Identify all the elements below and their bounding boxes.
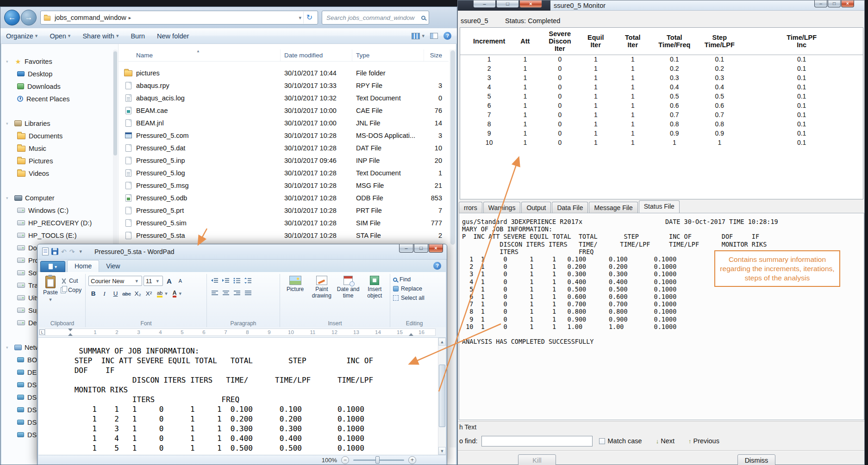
share-with-button[interactable]: Share with▾ [82,32,119,40]
minimize-button[interactable]: – [399,244,413,253]
expander-icon[interactable]: ▾ [6,196,12,200]
table-header-cell[interactable]: Att [506,28,543,55]
column-size[interactable]: Size [424,50,449,61]
scrollbar-thumb[interactable] [113,51,117,155]
column-date-modified[interactable]: Date modified [281,50,352,61]
redo-button[interactable]: ↷ [69,248,75,255]
address-bar[interactable]: jobs_command_window ▸ ▾ ↻ [40,11,318,25]
table-row[interactable]: 5 1 0 1 1 0.5 0.5 0.1 [460,92,863,101]
save-button[interactable] [51,248,58,255]
document-scrollbar[interactable]: ▲ ▼ [438,338,446,455]
table-header-cell[interactable]: Total Time/Freq [650,28,699,55]
right-indent-marker[interactable] [409,333,413,336]
justify-button[interactable] [243,288,253,298]
tab-warnings[interactable]: Warnings [483,202,521,213]
help-button[interactable]: ? [443,32,451,40]
column-type[interactable]: Type [352,50,424,61]
expander-icon[interactable]: ▾ [6,121,12,126]
font-size-select[interactable]: 11▾ [144,276,163,286]
maximize-button[interactable]: □ [496,0,519,8]
breadcrumb-arrow-icon[interactable]: ▸ [129,15,131,21]
sidebar-group-libraries[interactable]: ▾ Libraries [1,117,118,130]
scroll-up-icon[interactable]: ▲ [438,338,446,346]
minimize-button[interactable]: – [814,0,827,7]
kill-button[interactable]: Kill [518,454,556,465]
refresh-button[interactable]: ↻ [303,12,315,24]
forward-button[interactable]: → [21,10,37,25]
sidebar-item[interactable]: Music [1,142,118,155]
file-row[interactable]: abaqus.rpy 30/10/2017 10:33 RPY File 3 [119,79,449,92]
grow-font-button[interactable]: A [164,276,174,286]
table-row[interactable]: 8 1 0 1 1 0.8 0.8 0.1 [460,119,863,129]
file-row[interactable]: BEAM.cae 30/10/2017 10:00 CAE File 76 [119,104,449,117]
expander-icon[interactable]: ▾ [6,59,12,64]
superscript-button[interactable]: X² [144,289,154,298]
sidebar-item[interactable]: Desktop [1,68,118,80]
file-row[interactable]: abaqus_acis.log 30/10/2017 10:32 Text Do… [119,92,449,104]
sidebar-item[interactable]: HP_RECOVERY (D:) [1,217,118,229]
file-list-scrollbar[interactable] [450,50,456,447]
sidebar-item[interactable]: Downloads [1,80,118,93]
file-row[interactable]: Pressure0_5.prt 30/10/2017 10:28 PRT Fil… [119,204,449,217]
find-input[interactable] [481,436,593,446]
table-header-cell[interactable]: Time/LPF Inc [740,28,863,55]
shrink-font-button[interactable]: A [175,276,185,286]
scroll-down-icon[interactable]: ▼ [438,447,446,455]
table-row[interactable]: 9 1 0 1 1 0.9 0.9 0.1 [460,129,863,138]
replace-button[interactable]: Replace [393,285,436,292]
burn-button[interactable]: Burn [131,32,145,40]
font-color-button[interactable]: A▾ [173,290,183,298]
search-box[interactable] [322,11,429,25]
file-row[interactable]: BEAM.jnl 30/10/2017 10:00 JNL File 14 [119,117,449,129]
tab-data-file[interactable]: Data File [552,202,588,213]
zoom-slider[interactable] [353,459,404,461]
file-row[interactable]: Pressure0_5.sim 30/10/2017 10:28 SIM Fil… [119,217,449,229]
undo-button[interactable]: ↶ [61,248,67,255]
file-row[interactable]: Pressure0_5.msg 30/10/2017 10:28 MSG Fil… [119,179,449,192]
paste-button[interactable]: Paste ▾ [42,275,59,320]
zoom-in-button[interactable]: + [408,456,416,464]
bold-button[interactable]: B [88,289,98,298]
tab-message-file[interactable]: Message File [589,202,637,213]
file-row[interactable]: Pressure0_5.com 30/10/2017 10:28 MS-DOS … [119,129,449,142]
address-dropdown-icon[interactable]: ▾ [297,15,303,21]
qat-dropdown-icon[interactable]: ▾ [77,248,84,254]
increase-indent-button[interactable] [221,276,231,285]
back-button[interactable]: ← [4,10,20,25]
tab-output[interactable]: Output [521,202,551,213]
decrease-indent-button[interactable] [210,276,219,285]
sidebar-item[interactable]: Windows (C:) [1,204,118,217]
indent-marker[interactable] [68,329,73,331]
table-row[interactable]: 2 1 0 1 1 0.2 0.2 0.1 [460,64,863,73]
sidebar-item[interactable]: HP_TOOLS (E:) [1,229,118,242]
close-button[interactable]: × [429,244,443,253]
help-button[interactable]: ? [433,262,441,270]
ruler[interactable]: L 1234567891011121314151617 [38,327,446,338]
sidebar-item[interactable]: Documents [1,130,118,142]
wordpad-menu-button[interactable]: ▾ [40,261,65,272]
date-and-time-button[interactable]: Date and time [336,276,361,320]
column-name[interactable]: Name▲ [119,50,281,61]
file-row[interactable]: Pressure0_5.log 30/10/2017 10:28 Text Do… [119,167,449,179]
sidebar-group-computer[interactable]: ▾ Computer [1,192,118,204]
maximize-button[interactable]: □ [414,244,428,253]
file-row[interactable]: Pressure0_5.sta 30/10/2017 10:28 STA Fil… [119,229,449,242]
find-button[interactable]: Find [393,276,436,283]
table-header-cell[interactable]: Equil Iter [576,28,615,55]
file-row[interactable]: Pressure0_5.inp 30/10/2017 09:46 INP Fil… [119,154,449,167]
close-button[interactable]: × [519,0,542,8]
tab-status-file[interactable]: Status File [639,200,680,213]
sidebar-group-favorites[interactable]: ▾ ★ Favorites [1,55,118,68]
font-family-select[interactable]: Courier New▾ [88,276,142,286]
picture-button[interactable]: Picture [283,276,307,320]
search-icon[interactable] [421,16,425,20]
select-all-button[interactable]: Select all [393,295,436,301]
sidebar-item[interactable]: Pictures [1,155,118,167]
align-center-button[interactable] [221,288,231,298]
table-header-cell[interactable]: Total Iter [615,28,650,55]
file-row[interactable]: Pressure0_5.odb 30/10/2017 10:28 ODB Fil… [119,192,449,204]
dismiss-button[interactable]: Dismiss [737,454,775,465]
minimize-button[interactable]: – [473,0,496,8]
table-row[interactable]: 10 1 0 1 1 1 1 0.1 [460,138,863,147]
change-view-button[interactable]: ▾ [412,33,425,39]
